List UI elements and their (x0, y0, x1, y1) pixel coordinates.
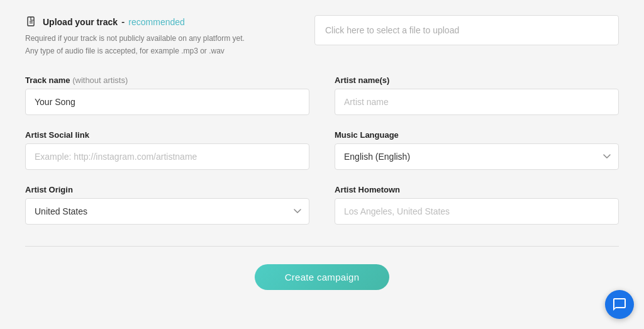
artist-social-label: Artist Social link (25, 130, 309, 140)
artist-social-group: Artist Social link (25, 130, 309, 170)
artist-origin-label: Artist Origin (25, 185, 309, 194)
artist-origin-group: Artist Origin United States United Kingd… (25, 185, 309, 225)
artist-origin-select[interactable]: United States United Kingdom Canada Aust… (25, 198, 309, 225)
upload-file-icon (25, 15, 39, 29)
recommended-link[interactable]: recommended (128, 17, 185, 27)
chat-widget-button[interactable] (605, 290, 634, 319)
section-divider (25, 246, 619, 247)
form-row-2: Artist Social link Music Language Englis… (25, 130, 619, 170)
form-row-1: Track name (without artists) Artist name… (25, 75, 619, 115)
top-section: Upload your track - recommended Required… (25, 15, 619, 57)
artist-name-label: Artist name(s) (335, 75, 619, 85)
upload-title: Upload your track (43, 17, 118, 27)
music-language-group: Music Language English (English) French … (335, 130, 619, 170)
upload-description-line1: Required if your track is not publicly a… (25, 33, 289, 44)
artist-name-input[interactable] (335, 89, 619, 115)
upload-header: Upload your track - recommended (25, 15, 289, 29)
file-upload-box[interactable]: Click here to select a file to upload (314, 15, 619, 45)
track-name-input[interactable] (25, 89, 309, 115)
track-name-label: Track name (without artists) (25, 75, 309, 85)
music-language-label: Music Language (335, 130, 619, 140)
music-language-select[interactable]: English (English) French (Français) Span… (335, 143, 619, 170)
form-row-3: Artist Origin United States United Kingd… (25, 185, 619, 225)
track-name-sub: (without artists) (70, 75, 128, 85)
chat-icon (612, 297, 627, 312)
artist-hometown-input[interactable] (335, 198, 619, 225)
artist-hometown-group: Artist Hometown (335, 185, 619, 225)
upload-info-col: Upload your track - recommended Required… (25, 15, 289, 57)
upload-dash: - (121, 16, 125, 28)
create-campaign-button[interactable]: Create campaign (255, 264, 390, 290)
file-upload-col: Click here to select a file to upload (314, 15, 619, 57)
artist-hometown-label: Artist Hometown (335, 185, 619, 194)
upload-description-line2: Any type of audio file is accepted, for … (25, 45, 289, 57)
track-name-group: Track name (without artists) (25, 75, 309, 115)
artist-social-input[interactable] (25, 143, 309, 170)
artist-name-group: Artist name(s) (335, 75, 619, 115)
bottom-bar: Create campaign (25, 259, 619, 290)
main-container: Upload your track - recommended Required… (0, 0, 644, 329)
